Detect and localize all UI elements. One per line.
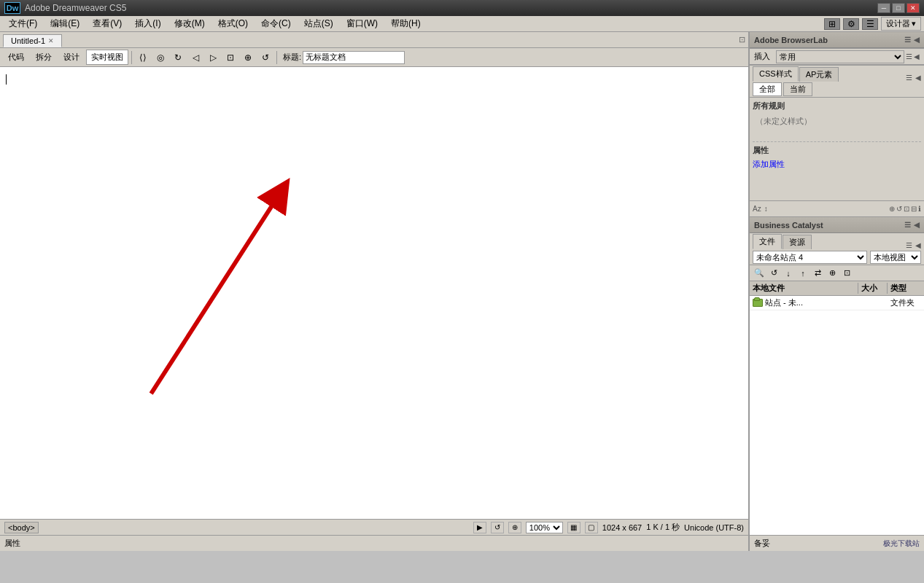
- info-icon[interactable]: ℹ: [918, 205, 921, 213]
- insert-collapse-icon[interactable]: ◀: [914, 52, 920, 60]
- title-bar-controls: ─ □ ✕: [877, 3, 920, 13]
- minimize-button[interactable]: ─: [877, 3, 890, 13]
- menu-help[interactable]: 帮助(H): [385, 16, 427, 31]
- layout-icon-1[interactable]: ▦: [567, 522, 581, 533]
- tab-restore-icon[interactable]: ⊡: [739, 35, 745, 44]
- document-title-input[interactable]: [303, 51, 405, 64]
- site-name-select[interactable]: 未命名站点 4: [753, 251, 867, 264]
- insert-section: 插入 常用 布局 表单 数据 ☰ ◀: [750, 49, 924, 66]
- status-text: 备妥: [754, 538, 770, 549]
- insert-row: 插入 常用 布局 表单 数据 ☰ ◀: [750, 49, 924, 65]
- css-panel-collapse-icon[interactable]: ◀: [915, 74, 924, 82]
- view-select[interactable]: 本地视图: [870, 251, 921, 264]
- css-sub-tab-all[interactable]: 全部: [753, 82, 782, 96]
- sync-files-icon[interactable]: ⇄: [811, 267, 824, 279]
- status-bar-right: ▶ ↺ ⊕ 100% 50% 150% 200% ▦ ▢ 1024 x 667 …: [473, 522, 744, 533]
- menu-insert[interactable]: 插入(I): [129, 16, 166, 31]
- table-row[interactable]: 站点 - 未... 文件夹: [750, 296, 924, 310]
- browser-lab-collapse-icon[interactable]: ◀: [914, 36, 920, 44]
- files-panel: Az ↕ ⊕ ↺ ⊡ ⊟ ℹ Business Catalyst ☰ ◀ 文件 …: [750, 201, 924, 551]
- svg-line-0: [151, 192, 281, 394]
- select-tool-icon[interactable]: ▶: [473, 522, 486, 533]
- sync-icon[interactable]: ↺: [896, 205, 902, 213]
- document-tab-bar: Untitled-1 ✕ ⊡: [0, 32, 748, 48]
- insert-category-select[interactable]: 常用 布局 表单 数据: [776, 50, 904, 63]
- css-panel-menu-icon[interactable]: ☰: [906, 74, 915, 82]
- settings-icon[interactable]: ⚙: [843, 18, 859, 30]
- business-catalyst-header: Business Catalyst ☰ ◀: [750, 217, 924, 233]
- navigate-back-icon[interactable]: ◁: [187, 50, 203, 65]
- browser-check-icon[interactable]: ↺: [257, 50, 273, 65]
- bc-menu-icon[interactable]: ☰: [904, 221, 911, 229]
- sort-icon[interactable]: ↕: [764, 205, 768, 213]
- new-file-icon[interactable]: ⊡: [840, 267, 853, 279]
- main-container: Untitled-1 ✕ ⊡ 代码 拆分 设计 实时视图 ⟨⟩ ◎ ↻ ◁ ▷ …: [0, 32, 924, 551]
- menu-modify[interactable]: 修改(M): [168, 16, 211, 31]
- undo-icon[interactable]: ↺: [491, 522, 504, 533]
- browser-lab-icons: ☰ ◀: [904, 36, 920, 44]
- dw-logo: Dw: [4, 2, 20, 14]
- tab-ap-elements[interactable]: AP元素: [799, 67, 839, 82]
- file-name-text: 站点 - 未...: [765, 297, 803, 308]
- css-sub-tab-current[interactable]: 当前: [783, 82, 812, 96]
- live-view-button[interactable]: 实时视图: [86, 50, 128, 65]
- bc-logo: 极光下载站: [883, 539, 920, 549]
- menu-bar-right: ⊞ ⚙ ☰ 设计器 ▾: [824, 17, 921, 31]
- files-tab-collapse-icon[interactable]: ◀: [915, 241, 924, 249]
- document-toolbar: 代码 拆分 设计 实时视图 ⟨⟩ ◎ ↻ ◁ ▷ ⊡ ⊕ ↺ 标题:: [0, 48, 748, 67]
- files-tab-menu-icon[interactable]: ☰: [906, 241, 915, 249]
- download-icon[interactable]: ↓: [782, 267, 795, 279]
- upload-icon[interactable]: ↑: [796, 267, 810, 279]
- expand-files-icon[interactable]: ⊕: [826, 267, 839, 279]
- menu-command[interactable]: 命令(C): [255, 16, 297, 31]
- title-bar: Dw Adobe Dreamweaver CS5 ─ □ ✕: [0, 0, 924, 16]
- tab-resources[interactable]: 资源: [783, 235, 812, 249]
- sort-az-icon[interactable]: Az: [753, 205, 761, 213]
- inspect-icon[interactable]: ◎: [152, 50, 168, 65]
- insert-menu-icon[interactable]: ☰: [906, 52, 912, 60]
- browser-lab-menu-icon[interactable]: ☰: [904, 36, 911, 44]
- zoom-select[interactable]: 100% 50% 150% 200%: [526, 522, 563, 533]
- collapse-icon[interactable]: ⊟: [911, 205, 917, 213]
- user-icon[interactable]: ☰: [862, 18, 878, 30]
- bc-collapse-icon[interactable]: ◀: [914, 221, 920, 229]
- tab-css-styles[interactable]: CSS样式: [753, 66, 799, 82]
- code-view-button[interactable]: 代码: [3, 50, 29, 65]
- css-sub-tabs: 全部 当前: [750, 82, 924, 98]
- body-tag[interactable]: <body>: [4, 522, 39, 533]
- navigate-forward-icon[interactable]: ▷: [205, 50, 221, 65]
- live-code-icon[interactable]: ⟨⟩: [135, 50, 151, 65]
- refresh-files-icon[interactable]: ↺: [767, 267, 780, 279]
- zoom-in-icon[interactable]: ⊕: [508, 522, 521, 533]
- tab-files[interactable]: 文件: [753, 234, 782, 249]
- file-mgr-icon[interactable]: ⊡: [222, 50, 238, 65]
- file-size-text: 1 K / 1 秒: [646, 522, 680, 533]
- files-site-bar: 未命名站点 4 本地视图: [750, 249, 924, 265]
- dimensions-text: 1024 x 667: [602, 523, 642, 532]
- css-tab-bar: CSS样式 AP元素 ☰ ◀: [750, 66, 924, 82]
- browser-preview-icon[interactable]: ⊕: [240, 50, 256, 65]
- menu-edit[interactable]: 编辑(E): [44, 16, 85, 31]
- menu-window[interactable]: 窗口(W): [341, 16, 384, 31]
- refresh-icon[interactable]: ↻: [170, 50, 186, 65]
- title-bar-left: Dw Adobe Dreamweaver CS5: [4, 2, 126, 14]
- add-property-link[interactable]: 添加属性: [753, 159, 921, 170]
- expand-icon[interactable]: ⊡: [904, 205, 909, 213]
- close-button[interactable]: ✕: [906, 3, 920, 13]
- layout-icon-2[interactable]: ▢: [585, 522, 598, 533]
- design-view-button[interactable]: 设计: [58, 50, 85, 65]
- tab-close-icon[interactable]: ✕: [48, 37, 54, 44]
- menu-format[interactable]: 格式(O): [212, 16, 254, 31]
- search-file-icon[interactable]: 🔍: [753, 267, 766, 279]
- maximize-button[interactable]: □: [892, 3, 905, 13]
- connect-icon[interactable]: ⊕: [889, 205, 895, 213]
- designer-button[interactable]: 设计器 ▾: [881, 17, 921, 31]
- menu-view[interactable]: 查看(V): [87, 16, 128, 31]
- split-view-button[interactable]: 拆分: [31, 50, 57, 65]
- menu-file[interactable]: 文件(F): [3, 16, 43, 31]
- grid-icon[interactable]: ⊞: [824, 18, 840, 30]
- document-tab-untitled[interactable]: Untitled-1 ✕: [3, 34, 62, 47]
- editor-area[interactable]: [0, 67, 748, 519]
- menu-site[interactable]: 站点(S): [298, 16, 339, 31]
- files-list: 站点 - 未... 文件夹: [750, 296, 924, 535]
